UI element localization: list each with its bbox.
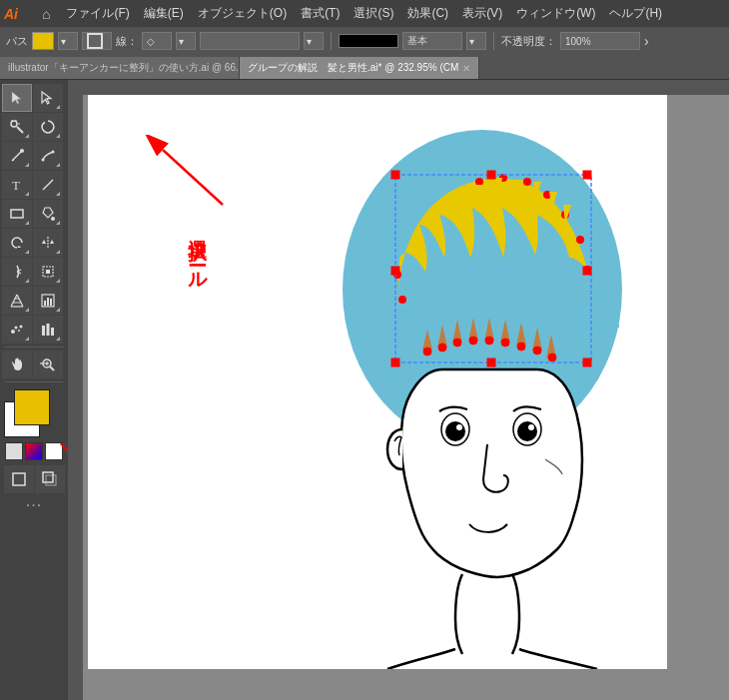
menu-bar: Ai ⌂ ファイル(F) 編集(E) オブジェクト(O) 書式(T) 選択(S)… xyxy=(0,0,729,27)
options-bar: パス ▾ 線： ◇ ▾ ▾ 基本 ▾ 不透明度： 100% › xyxy=(0,27,729,55)
svg-rect-26 xyxy=(50,299,52,306)
direct-selection-tool[interactable] xyxy=(33,84,63,112)
tool-row-hand xyxy=(2,350,66,378)
svg-point-71 xyxy=(453,339,461,347)
menu-file[interactable]: ファイル(F) xyxy=(60,3,135,24)
color-area xyxy=(4,389,64,437)
stroke-dropdown[interactable]: ▾ xyxy=(176,32,196,50)
draw-mode-normal[interactable] xyxy=(4,465,34,493)
tool-row-magic xyxy=(2,113,66,141)
svg-rect-32 xyxy=(47,324,50,336)
tool-row-transform xyxy=(2,229,66,257)
stroke-preview xyxy=(339,34,398,48)
canvas-area[interactable]: 選択ツール xyxy=(68,80,729,700)
svg-point-7 xyxy=(42,159,45,162)
tool-row-shape xyxy=(2,200,66,228)
svg-rect-40 xyxy=(43,472,53,482)
style-field[interactable]: 基本 xyxy=(402,32,462,50)
rectangle-tool[interactable] xyxy=(2,200,32,228)
variable-width-field[interactable] xyxy=(200,32,300,50)
menu-view[interactable]: 表示(V) xyxy=(456,3,508,24)
svg-rect-11 xyxy=(11,210,23,218)
tab-2[interactable]: グループの解説 髪と男性.ai* @ 232.95% (CM ✕ xyxy=(240,57,479,79)
svg-point-92 xyxy=(528,424,534,430)
opacity-label: 不透明度： xyxy=(501,34,556,49)
svg-rect-24 xyxy=(44,301,46,306)
svg-line-19 xyxy=(17,295,23,307)
tab-bar: illustrator「キーアンカーに整列」の使い方.ai @ 66.67% (… xyxy=(0,55,729,80)
gradient-swatch[interactable] xyxy=(25,442,43,460)
variable-dropdown[interactable]: ▾ xyxy=(304,32,324,50)
ruler-vertical xyxy=(68,80,83,700)
line-tool[interactable] xyxy=(33,171,63,199)
type-tool[interactable]: T xyxy=(2,171,32,199)
no-color-swatch[interactable] xyxy=(45,442,63,460)
hand-tool[interactable] xyxy=(2,350,32,378)
svg-point-6 xyxy=(20,149,24,153)
svg-point-70 xyxy=(438,344,446,351)
selection-tool[interactable] xyxy=(2,84,32,112)
curvature-tool[interactable] xyxy=(33,142,63,170)
svg-rect-80 xyxy=(487,171,495,179)
menu-help[interactable]: ヘルプ(H) xyxy=(603,3,668,24)
foreground-color-swatch[interactable] xyxy=(14,389,50,425)
lasso-tool[interactable] xyxy=(33,113,63,141)
menu-edit[interactable]: 編集(E) xyxy=(138,3,190,24)
svg-rect-38 xyxy=(13,473,25,485)
menu-effect[interactable]: 効果(C) xyxy=(401,3,454,24)
svg-rect-25 xyxy=(47,298,49,306)
rotate-tool[interactable] xyxy=(2,229,32,257)
svg-marker-15 xyxy=(50,240,54,244)
tool-row-blend xyxy=(2,316,66,344)
more-icon[interactable]: › xyxy=(644,33,649,49)
menu-type[interactable]: 書式(T) xyxy=(295,3,346,24)
style-dropdown[interactable]: ▾ xyxy=(466,32,486,50)
perspective-grid-tool[interactable] xyxy=(2,287,32,315)
svg-point-45 xyxy=(475,178,483,186)
svg-point-50 xyxy=(576,236,584,244)
svg-point-69 xyxy=(423,348,431,355)
menu-select[interactable]: 選択(S) xyxy=(348,3,399,24)
svg-line-10 xyxy=(43,180,53,190)
svg-point-89 xyxy=(456,424,462,430)
svg-point-52 xyxy=(398,296,406,304)
pen-tool[interactable] xyxy=(2,142,32,170)
tab-2-close[interactable]: ✕ xyxy=(462,63,470,74)
svg-point-12 xyxy=(51,217,55,221)
fill-dropdown[interactable]: ▾ xyxy=(58,32,78,50)
svg-rect-41 xyxy=(68,80,729,95)
more-tools[interactable]: ··· xyxy=(2,496,66,514)
free-transform-tool[interactable] xyxy=(33,258,63,286)
svg-marker-14 xyxy=(42,240,46,244)
svg-point-27 xyxy=(11,330,15,334)
svg-rect-84 xyxy=(391,358,399,366)
app-logo: Ai xyxy=(4,6,34,22)
svg-point-73 xyxy=(485,337,493,345)
svg-point-30 xyxy=(20,326,23,329)
fill-swatch[interactable] xyxy=(32,32,54,50)
opacity-field[interactable]: 100% xyxy=(560,32,640,50)
home-icon[interactable]: ⌂ xyxy=(42,6,50,22)
magic-wand-tool[interactable] xyxy=(2,113,32,141)
paint-bucket-tool[interactable] xyxy=(33,200,63,228)
svg-rect-39 xyxy=(46,475,56,485)
svg-rect-33 xyxy=(51,328,54,336)
draw-mode-behind[interactable] xyxy=(35,465,65,493)
column-graph-tool[interactable] xyxy=(33,316,63,344)
symbol-sprayer-tool[interactable] xyxy=(2,316,32,344)
tab-1[interactable]: illustrator「キーアンカーに整列」の使い方.ai @ 66.67% (… xyxy=(0,57,240,79)
svg-line-18 xyxy=(11,295,17,307)
svg-point-76 xyxy=(533,347,541,354)
menu-window[interactable]: ウィンドウ(W) xyxy=(510,3,601,24)
mirror-tool[interactable] xyxy=(33,229,63,257)
width-tool[interactable] xyxy=(2,258,32,286)
none-fill-swatch[interactable] xyxy=(5,442,23,460)
tool-row-warp xyxy=(2,258,66,286)
menu-object[interactable]: オブジェクト(O) xyxy=(192,3,293,24)
svg-point-47 xyxy=(523,178,531,186)
stroke-width-field[interactable]: ◇ xyxy=(142,32,172,50)
zoom-tool[interactable] xyxy=(33,350,63,378)
graph-tool[interactable] xyxy=(33,287,63,315)
svg-point-74 xyxy=(501,339,509,347)
separator xyxy=(331,32,332,50)
